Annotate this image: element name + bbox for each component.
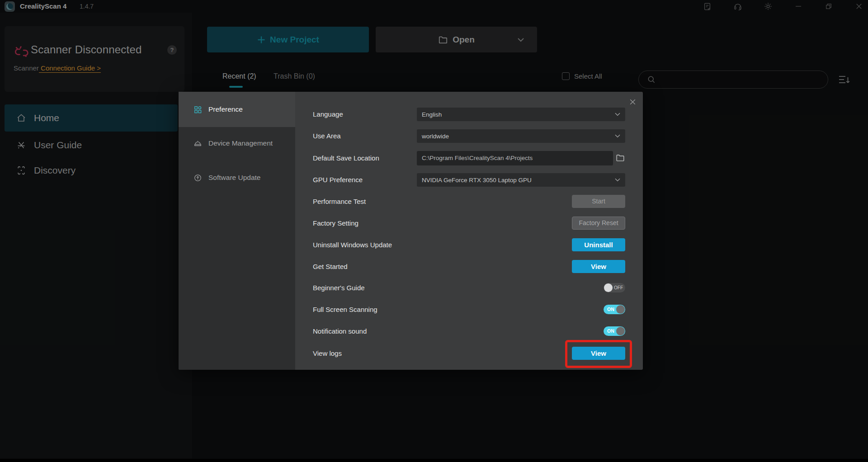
notification-sound-toggle[interactable]: ON: [604, 326, 625, 336]
chevron-down-icon: [615, 134, 620, 138]
setting-label: Use Area: [313, 129, 341, 143]
use-area-dropdown[interactable]: worldwide: [417, 129, 625, 143]
toggle-state-label: OFF: [614, 283, 623, 292]
settings-row-performance-test: Performance TestStart: [179, 194, 643, 209]
gpu-preference-dropdown[interactable]: NVIDIA GeForce RTX 3050 Laptop GPU: [417, 173, 625, 187]
settings-row-beginner-s-guide: Beginner's GuideOFF: [179, 281, 643, 295]
chevron-down-icon: [615, 113, 620, 116]
settings-row-factory-setting: Factory SettingFactory Reset: [179, 216, 643, 231]
view-logs-view-button[interactable]: View: [572, 347, 625, 360]
factory-setting-factory-reset-button[interactable]: Factory Reset: [572, 217, 625, 230]
setting-label: Get Started: [313, 259, 348, 274]
settings-row-notification-sound: Notification soundON: [179, 324, 643, 339]
toggle-knob: [604, 283, 613, 292]
dropdown-value: English: [422, 111, 442, 118]
dropdown-value: NVIDIA GeForce RTX 3050 Laptop GPU: [422, 177, 532, 184]
save-location-input[interactable]: C:\Program Files\CrealityScan 4\Projects: [417, 151, 613, 165]
get-started-view-button[interactable]: View: [572, 260, 625, 273]
toggle-knob: [616, 305, 625, 314]
setting-label: Full Screen Scanning: [313, 302, 377, 317]
setting-label: Language: [313, 107, 343, 122]
settings-row-default-save-location: Default Save LocationC:\Program Files\Cr…: [179, 151, 643, 165]
toggle-state-label: ON: [607, 305, 614, 314]
beginner-s-guide-toggle[interactable]: OFF: [604, 283, 625, 292]
chevron-down-icon: [615, 178, 620, 182]
language-dropdown[interactable]: English: [417, 108, 625, 121]
setting-label: Default Save Location: [313, 151, 379, 165]
uninstall-windows-update-uninstall-button[interactable]: Uninstall: [572, 238, 625, 251]
settings-row-view-logs: View logsView: [179, 346, 643, 361]
toggle-knob: [616, 327, 625, 335]
preferences-dialog: Preference Device Management Software Up…: [179, 92, 643, 370]
setting-label: Beginner's Guide: [313, 281, 365, 295]
setting-label: GPU Preference: [313, 173, 363, 187]
settings-row-language: LanguageEnglish: [179, 107, 643, 122]
settings-row-uninstall-windows-update: Uninstall Windows UpdateUninstall: [179, 238, 643, 252]
folder-icon: [615, 153, 625, 163]
setting-label: View logs: [313, 346, 342, 361]
window-bottom-edge: [0, 459, 868, 462]
app-window: CrealityScan 4 1.4.7: [0, 0, 868, 462]
settings-row-use-area: Use Areaworldwide: [179, 129, 643, 143]
settings-row-full-screen-scanning: Full Screen ScanningON: [179, 302, 643, 317]
dialog-close-icon[interactable]: [626, 95, 639, 108]
settings-row-get-started: Get StartedView: [179, 259, 643, 274]
setting-label: Uninstall Windows Update: [313, 238, 392, 252]
toggle-state-label: ON: [607, 326, 614, 336]
setting-label: Performance Test: [313, 194, 366, 209]
settings-row-gpu-preference: GPU PreferenceNVIDIA GeForce RTX 3050 La…: [179, 173, 643, 187]
dropdown-value: worldwide: [422, 133, 449, 140]
setting-label: Factory Setting: [313, 216, 359, 231]
full-screen-scanning-toggle[interactable]: ON: [604, 305, 625, 314]
setting-label: Notification sound: [313, 324, 367, 339]
browse-folder-button[interactable]: [615, 153, 626, 164]
performance-test-start-button[interactable]: Start: [572, 195, 625, 208]
